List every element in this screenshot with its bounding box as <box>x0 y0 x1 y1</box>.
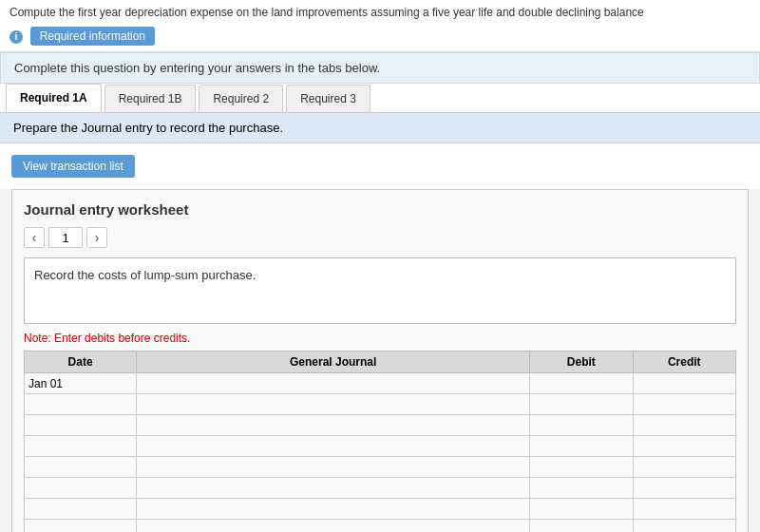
tab-required-3[interactable]: Required 3 <box>286 85 370 112</box>
worksheet-title: Journal entry worksheet <box>24 201 736 218</box>
cell-general[interactable] <box>137 436 530 457</box>
cell-credit[interactable] <box>633 499 735 520</box>
prev-arrow[interactable]: ‹ <box>24 227 45 248</box>
input-debit[interactable] <box>534 398 628 411</box>
col-header-debit: Debit <box>530 352 633 373</box>
input-general[interactable] <box>141 461 525 474</box>
input-credit[interactable] <box>637 503 732 516</box>
record-description-box: Record the costs of lump-sum purchase. <box>24 257 736 324</box>
worksheet-container: Journal entry worksheet ‹ 1 › Record the… <box>11 189 749 532</box>
tab-required-1a[interactable]: Required 1A <box>6 84 102 112</box>
cell-credit[interactable] <box>633 415 735 436</box>
cell-credit[interactable] <box>633 457 735 478</box>
cell-general[interactable] <box>137 520 530 533</box>
cell-general[interactable] <box>137 415 530 436</box>
info-icon: i <box>10 30 23 44</box>
table-row <box>25 520 736 533</box>
cell-general[interactable] <box>137 394 530 415</box>
cell-credit[interactable] <box>633 373 735 394</box>
table-row <box>25 394 736 415</box>
input-general[interactable] <box>141 398 525 411</box>
input-general[interactable] <box>141 482 525 495</box>
table-row <box>25 415 736 436</box>
cell-debit[interactable] <box>530 520 633 533</box>
cell-debit[interactable] <box>530 415 633 436</box>
tab-required-1b[interactable]: Required 1B <box>104 85 197 112</box>
tab-required-2[interactable]: Required 2 <box>199 85 283 112</box>
table-row <box>25 436 736 457</box>
input-general[interactable] <box>141 503 525 516</box>
input-credit[interactable] <box>637 419 732 432</box>
nav-row: ‹ 1 › <box>24 227 736 248</box>
next-arrow[interactable]: › <box>86 227 107 248</box>
prepare-bar: Prepare the Journal entry to record the … <box>0 113 760 143</box>
input-date[interactable] <box>28 440 132 453</box>
input-debit[interactable] <box>534 440 628 453</box>
cell-date[interactable] <box>25 436 137 457</box>
input-debit[interactable] <box>534 419 628 432</box>
journal-table: Date General Journal Debit Credit Jan 01 <box>24 351 736 532</box>
input-general[interactable] <box>141 440 525 453</box>
note-text: Note: Enter debits before credits. <box>24 332 736 345</box>
col-header-date: Date <box>25 352 137 373</box>
cell-debit[interactable] <box>530 457 633 478</box>
cell-date[interactable] <box>25 415 137 436</box>
instruction-bar: Complete this question by entering your … <box>0 52 760 84</box>
input-date[interactable] <box>28 419 132 432</box>
input-general[interactable] <box>141 419 525 432</box>
view-transaction-button[interactable]: View transaction list <box>11 155 135 178</box>
input-date[interactable] <box>28 398 132 411</box>
col-header-credit: Credit <box>633 352 735 373</box>
table-row <box>25 457 736 478</box>
cell-credit[interactable] <box>633 520 735 533</box>
input-credit[interactable] <box>637 523 732 533</box>
cell-debit[interactable] <box>530 436 633 457</box>
table-row <box>25 499 736 520</box>
cell-date[interactable] <box>25 457 137 478</box>
cell-general[interactable] <box>137 499 530 520</box>
cell-debit[interactable] <box>530 478 633 499</box>
input-credit[interactable] <box>637 461 732 474</box>
input-credit[interactable] <box>637 377 732 390</box>
cell-date[interactable] <box>25 394 137 415</box>
input-debit[interactable] <box>534 461 628 474</box>
input-credit[interactable] <box>637 482 732 495</box>
cell-debit[interactable] <box>530 394 633 415</box>
cell-general[interactable] <box>137 457 530 478</box>
input-debit[interactable] <box>534 377 628 390</box>
instruction-text: Complete this question by entering your … <box>14 61 380 75</box>
cell-date[interactable] <box>25 499 137 520</box>
cell-general[interactable] <box>137 478 530 499</box>
cell-date: Jan 01 <box>25 373 137 394</box>
input-credit[interactable] <box>637 440 732 453</box>
input-general[interactable] <box>141 523 525 533</box>
cell-credit[interactable] <box>633 394 735 415</box>
col-header-general: General Journal <box>137 352 530 373</box>
cell-debit[interactable] <box>530 499 633 520</box>
input-debit[interactable] <box>534 503 628 516</box>
cell-general[interactable] <box>137 373 530 394</box>
table-row: Jan 01 <box>25 373 736 394</box>
required-info-button[interactable]: Required information <box>30 27 155 46</box>
record-desc-text: Record the costs of lump-sum purchase. <box>34 268 256 282</box>
tabs-bar: Required 1A Required 1B Required 2 Requi… <box>0 84 760 113</box>
input-general[interactable] <box>141 377 525 390</box>
input-date[interactable] <box>28 503 132 516</box>
cell-credit[interactable] <box>633 436 735 457</box>
cell-credit[interactable] <box>633 478 735 499</box>
table-row <box>25 478 736 499</box>
cell-debit[interactable] <box>530 373 633 394</box>
input-credit[interactable] <box>637 398 732 411</box>
input-date[interactable] <box>28 482 132 495</box>
prepare-text: Prepare the Journal entry to record the … <box>13 121 283 135</box>
input-debit[interactable] <box>534 523 628 533</box>
input-date[interactable] <box>28 461 132 474</box>
input-date[interactable] <box>28 523 132 533</box>
cell-date[interactable] <box>25 520 137 533</box>
input-debit[interactable] <box>534 482 628 495</box>
cell-date[interactable] <box>25 478 137 499</box>
top-description-text: Compute the first year depreciation expe… <box>10 6 644 19</box>
top-description: Compute the first year depreciation expe… <box>0 0 760 21</box>
page-number: 1 <box>48 227 83 248</box>
